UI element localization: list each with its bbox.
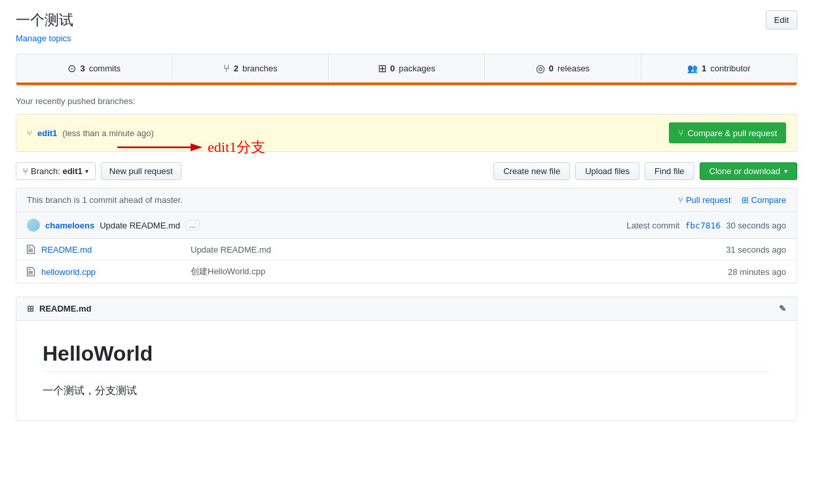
table-row: README.md Update README.md 31 seconds ag… [16,239,797,261]
readme-description: 一个测试，分支测试 [43,382,770,399]
file-icon-1 [27,266,41,277]
contributors-icon: 👥 [687,63,698,73]
chevron-down-icon: ▾ [85,168,88,175]
repo-title: 一个测试 [16,10,73,30]
clone-download-label: Clone or download [709,166,780,176]
avatar [27,219,40,232]
pull-request-icon: ⑂ [678,195,683,205]
compare-icon: ⊞ [742,195,749,205]
commit-hash-link[interactable]: fbc7816 [685,221,721,230]
branches-count: 2 [234,63,238,73]
packages-icon: ⊞ [378,62,387,75]
file-commit-msg-1: 创建HelloWorld.cpp [185,266,728,278]
branch-banner-time: (less than a minute ago) [62,128,153,138]
branches-label: branches [242,63,277,73]
readme-title: HelloWorld [43,342,770,372]
branch-selector-icon: ⑂ [23,166,28,176]
commit-message: Update README.md [100,221,180,230]
commit-time: 30 seconds ago [726,221,786,230]
commits-icon: ⊙ [67,62,76,75]
branch-selector-label: Branch: edit1 [31,166,83,176]
commits-count: 3 [80,63,85,73]
contributors-count: 1 [702,63,706,73]
contributors-stat[interactable]: 👥 1 contributor [641,56,797,81]
compare-pr-label: Compare & pull request [687,128,777,138]
commits-label: commits [89,63,121,73]
commit-author-link[interactable]: chameloens [45,221,94,230]
compare-link[interactable]: ⊞ Compare [742,195,786,205]
commit-info-row: chameloens Update README.md ... Latest c… [16,212,797,239]
contributors-label: contributor [710,63,750,73]
packages-label: packages [399,63,436,73]
stats-bar: ⊙ 3 commits ⑂ 2 branches ⊞ 0 packages ◎ … [16,54,797,86]
latest-commit-label: Latest commit [626,221,679,230]
commit-ahead-text: This branch is 1 commit ahead of master. [27,195,183,205]
annotation-container: edit1分支 ⑂ Branch: edit1 ▾ New pull reque… [16,162,797,180]
create-new-file-button[interactable]: Create new file [493,162,570,180]
readme-body: HelloWorld 一个测试，分支测试 [16,321,797,420]
toolbar-row: ⑂ Branch: edit1 ▾ New pull request Creat… [16,162,797,180]
manage-topics-link[interactable]: Manage topics [16,33,71,43]
commit-ahead-row: This branch is 1 commit ahead of master.… [16,188,797,211]
clone-chevron-icon: ▾ [784,168,787,175]
file-table: chameloens Update README.md ... Latest c… [16,211,797,283]
readme-grid-icon: ⊞ [27,304,34,314]
releases-stat[interactable]: ◎ 0 releases [485,54,641,82]
compare-pr-button[interactable]: ⑂ Compare & pull request [669,122,786,143]
file-time-0: 31 seconds ago [726,245,786,255]
branches-icon: ⑂ [223,63,230,75]
clone-download-button[interactable]: Clone or download ▾ [700,162,797,180]
commits-stat[interactable]: ⊙ 3 commits [16,54,172,82]
new-pull-request-button[interactable]: New pull request [101,162,181,180]
compare-pr-icon: ⑂ [678,128,683,138]
branch-banner-icon: ⑂ [27,128,32,138]
commit-ellipsis[interactable]: ... [185,220,200,230]
branch-banner: ⑂ edit1 (less than a minute ago) ⑂ Compa… [16,114,797,152]
stat-divider [16,82,797,85]
upload-files-button[interactable]: Upload files [575,162,639,180]
edit-button[interactable]: Edit [766,10,797,29]
recently-pushed-label: Your recently pushed branches: [16,91,797,109]
file-table-container: This branch is 1 commit ahead of master.… [16,188,797,283]
readme-header-label: README.md [39,304,91,314]
releases-count: 0 [549,63,554,73]
packages-count: 0 [390,63,395,73]
file-name-link-0[interactable]: README.md [41,245,185,255]
file-name-link-1[interactable]: helloworld.cpp [41,267,185,277]
readme-edit-icon[interactable]: ✎ [779,304,786,314]
readme-section: ⊞ README.md ✎ HelloWorld 一个测试，分支测试 [16,297,797,421]
file-icon-0 [27,244,41,255]
table-row: helloworld.cpp 创建HelloWorld.cpp 28 minut… [16,261,797,283]
file-commit-msg-0: Update README.md [185,245,726,255]
releases-icon: ◎ [536,62,545,75]
find-file-button[interactable]: Find file [645,162,694,180]
branch-selector[interactable]: ⑂ Branch: edit1 ▾ [16,162,96,180]
readme-header: ⊞ README.md ✎ [16,297,797,321]
releases-label: releases [558,63,590,73]
branch-banner-name-link[interactable]: edit1 [37,128,57,138]
avatar-image [27,219,40,232]
branches-stat[interactable]: ⑂ 2 branches [172,55,328,82]
pull-request-link[interactable]: ⑂ Pull request [678,195,731,205]
file-time-1: 28 minutes ago [728,267,786,277]
packages-stat[interactable]: ⊞ 0 packages [329,54,485,82]
